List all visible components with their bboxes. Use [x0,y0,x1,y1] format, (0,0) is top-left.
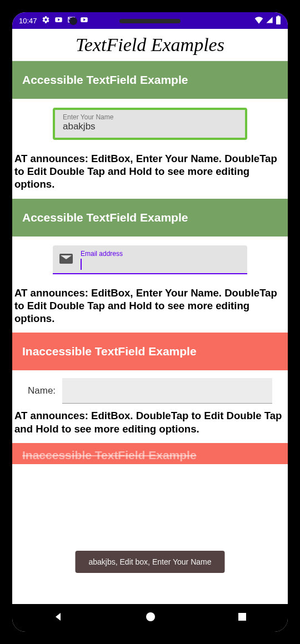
home-button[interactable] [145,611,156,625]
name-textfield-value: abakjbs [63,121,237,132]
section-caption: AT announces: EditBox, Enter Your Name. … [12,283,288,333]
navigation-bar [12,604,288,632]
section-header: Accessible TextField Example [12,61,288,99]
section-header: Inaccessible TextField Example [12,333,288,370]
text-cursor [81,259,82,270]
wifi-icon [254,16,263,26]
mail-icon [59,254,73,266]
overview-button[interactable] [237,612,247,624]
video-icon [80,16,88,26]
name-label: Name: [28,385,56,396]
settings-icon [42,16,50,26]
name-input-inaccessible[interactable] [62,378,272,404]
svg-rect-7 [238,613,246,621]
cell-signal-icon [266,16,273,26]
page-title: TextField Examples [76,34,224,56]
section-header: Inaccessible TextField Example [12,443,288,464]
svg-rect-3 [277,16,279,17]
back-button[interactable] [53,611,64,625]
svg-rect-4 [276,16,281,24]
name-textfield[interactable]: Enter Your Name abakjbs [53,108,247,140]
youtube-icon [54,16,63,26]
section-caption: AT announces: EditBox, Enter Your Name. … [12,149,288,199]
section-caption: AT announces: EditBox. DoubleTap to Edit… [12,406,288,442]
status-time: 10:47 [19,17,37,25]
email-textfield[interactable]: Email address [53,245,247,274]
name-textfield-label: Enter Your Name [63,113,237,121]
section-header: Accessible TextField Example [12,199,288,237]
battery-icon [276,16,281,26]
app-bar: TextField Examples [12,29,288,61]
email-textfield-label: Email address [81,250,123,258]
toast-message: abakjbs, Edit box, Enter Your Name [75,551,224,573]
svg-point-6 [146,612,155,621]
